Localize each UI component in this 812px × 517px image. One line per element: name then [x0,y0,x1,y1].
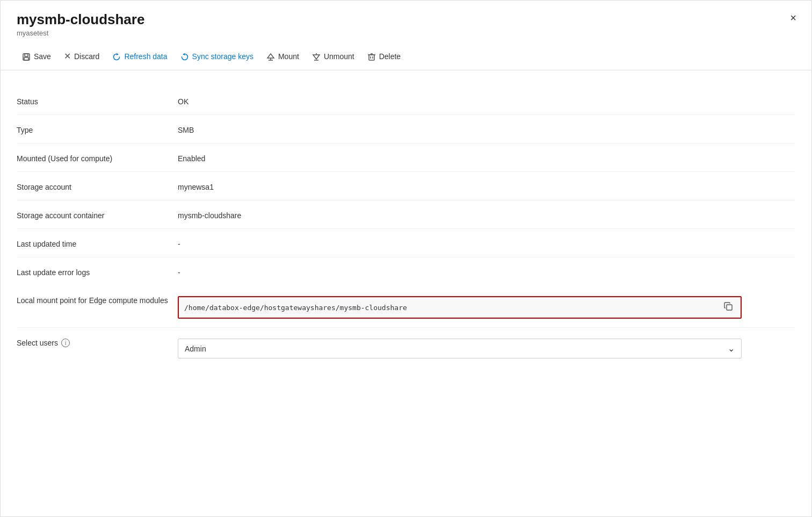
field-row: Last updated time- [17,229,795,257]
select-users-label: Select users i [17,336,178,347]
discard-button[interactable]: ✕ Discard [59,48,105,64]
field-row: TypeSMB [17,115,795,143]
sync-icon [180,52,189,61]
delete-icon [367,52,376,61]
unmount-icon [312,52,321,61]
field-value: mynewsa1 [178,181,795,191]
svg-marker-3 [267,54,274,58]
save-button[interactable]: Save [17,48,56,64]
panel-subtitle: myasetest [17,29,795,37]
field-value: OK [178,95,795,106]
field-label: Storage account container [17,209,178,220]
sync-label: Sync storage keys [192,52,253,61]
field-value: mysmb-cloudshare [178,209,795,220]
select-users-value: Admin ⌄ [178,336,795,358]
field-value: SMB [178,124,795,134]
save-label: Save [34,52,51,61]
fields-container: StatusOKTypeSMBMounted (Used for compute… [17,87,795,285]
field-label: Last update error logs [17,266,178,277]
svg-rect-1 [25,54,28,56]
refresh-label: Refresh data [124,52,167,61]
select-users-row: Select users i Admin ⌄ [17,328,795,367]
content-area: StatusOKTypeSMBMounted (Used for compute… [1,70,811,383]
mount-label: Mount [278,52,299,61]
discard-icon: ✕ [64,51,71,61]
svg-rect-9 [369,55,374,60]
field-label: Storage account [17,181,178,191]
refresh-icon [112,52,121,61]
field-label: Type [17,124,178,134]
delete-button[interactable]: Delete [362,48,406,64]
save-icon [22,52,31,61]
mount-point-label: Local mount point for Edge compute modul… [17,294,178,305]
unmount-button[interactable]: Unmount [307,48,360,64]
field-row: StatusOK [17,87,795,115]
unmount-label: Unmount [324,52,354,61]
field-label: Last updated time [17,238,178,248]
delete-label: Delete [379,52,401,61]
toolbar: Save ✕ Discard Refresh data Sync st [1,42,811,70]
svg-marker-6 [313,55,320,59]
field-value: Enabled [178,152,795,163]
field-label: Status [17,95,178,106]
field-label: Mounted (Used for compute) [17,152,178,163]
field-value: - [178,238,795,248]
field-row: Storage account containermysmb-cloudshar… [17,200,795,229]
select-users-selected: Admin [185,344,206,353]
field-row: Last update error logs- [17,257,795,285]
copy-icon[interactable] [721,300,735,314]
mount-point-container: /home/databox-edge/hostgatewayshares/mys… [178,296,742,319]
field-value: - [178,266,795,277]
sync-button[interactable]: Sync storage keys [175,48,259,64]
panel-title: mysmb-cloudshare [17,11,795,28]
field-row: Mounted (Used for compute)Enabled [17,143,795,172]
info-icon: i [61,339,70,347]
discard-label: Discard [74,52,99,61]
select-users-dropdown[interactable]: Admin ⌄ [178,339,742,358]
panel-header: mysmb-cloudshare myasetest [1,1,811,37]
mount-button[interactable]: Mount [261,48,305,64]
mount-icon [266,52,275,61]
refresh-button[interactable]: Refresh data [107,48,172,64]
svg-rect-2 [24,58,28,60]
field-row: Storage accountmynewsa1 [17,172,795,200]
close-button[interactable]: × [788,10,799,25]
chevron-down-icon: ⌄ [728,343,735,354]
svg-rect-14 [727,305,732,310]
mount-point-value: /home/databox-edge/hostgatewayshares/mys… [178,294,795,319]
panel: × mysmb-cloudshare myasetest Save ✕ Disc… [0,0,812,517]
mount-point-row: Local mount point for Edge compute modul… [17,285,795,328]
mount-point-text: /home/databox-edge/hostgatewayshares/mys… [184,304,717,312]
